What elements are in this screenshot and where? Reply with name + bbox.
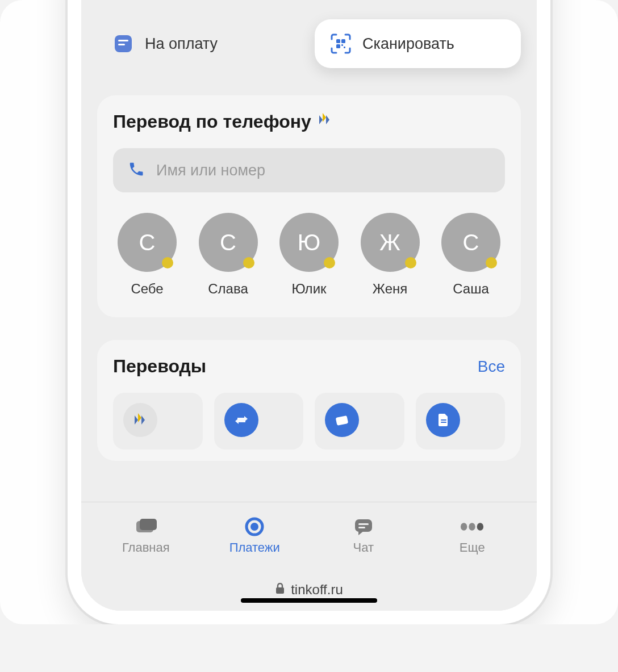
tab-payments[interactable]: Платежи bbox=[212, 516, 297, 555]
contacts-row: С Себе С Слава bbox=[113, 213, 505, 297]
svg-rect-5 bbox=[336, 44, 340, 48]
contact-slava[interactable]: С Слава bbox=[194, 213, 262, 297]
status-dot bbox=[162, 257, 173, 268]
svg-rect-6 bbox=[341, 44, 343, 46]
phone-transfer-card: Перевод по телефону bbox=[97, 95, 521, 317]
svg-rect-14 bbox=[336, 415, 348, 426]
chat-icon bbox=[351, 516, 376, 537]
svg-rect-24 bbox=[358, 527, 365, 528]
phone-transfer-header: Перевод по телефону bbox=[113, 111, 505, 132]
avatar-initial: С bbox=[139, 230, 156, 255]
svg-marker-22 bbox=[358, 531, 364, 535]
svg-point-20 bbox=[250, 523, 258, 531]
avatar-initial: Ю bbox=[298, 230, 320, 255]
contact-name: Женя bbox=[373, 281, 407, 297]
tabbar: Главная Платежи bbox=[81, 502, 537, 569]
status-dot bbox=[405, 257, 416, 268]
svg-rect-2 bbox=[118, 44, 125, 45]
chips-row: На оплату bbox=[97, 19, 521, 68]
card-icon bbox=[325, 403, 359, 437]
svg-marker-10 bbox=[326, 115, 329, 124]
tab-home[interactable]: Главная bbox=[103, 516, 189, 555]
phone-transfer-title-text: Перевод по телефону bbox=[113, 111, 311, 132]
home-card-icon bbox=[133, 516, 158, 537]
svg-rect-23 bbox=[358, 523, 369, 525]
svg-point-25 bbox=[461, 523, 467, 530]
svg-rect-3 bbox=[336, 39, 340, 43]
qr-scan-icon bbox=[329, 32, 352, 55]
contact-name: Слава bbox=[208, 281, 248, 297]
lock-icon bbox=[275, 582, 285, 598]
svg-rect-18 bbox=[140, 519, 157, 530]
browser-url-bar[interactable]: tinkoff.ru bbox=[81, 569, 537, 611]
avatar-initial: С bbox=[463, 230, 479, 255]
svg-rect-4 bbox=[341, 39, 345, 43]
transfer-tile-requisites[interactable] bbox=[416, 393, 506, 450]
contact-name: Юлик bbox=[291, 281, 326, 297]
avatar: С bbox=[199, 213, 258, 272]
chip-scan-label: Сканировать bbox=[362, 35, 454, 53]
stage: На оплату bbox=[0, 0, 618, 624]
svg-rect-21 bbox=[355, 519, 372, 532]
contact-zhenya[interactable]: Ж Женя bbox=[356, 213, 424, 297]
status-dot bbox=[486, 257, 497, 268]
payments-icon bbox=[242, 516, 267, 537]
home-indicator[interactable] bbox=[241, 598, 377, 603]
document-icon bbox=[426, 403, 460, 437]
sbp-icon bbox=[318, 111, 332, 132]
tab-more[interactable]: Еще bbox=[429, 516, 515, 555]
contact-yulik[interactable]: Ю Юлик bbox=[275, 213, 343, 297]
content-area: На оплату bbox=[81, 0, 537, 502]
transfer-tile-between[interactable] bbox=[214, 393, 304, 450]
transfers-card: Переводы Все bbox=[97, 340, 521, 461]
arrows-icon bbox=[224, 403, 258, 437]
avatar-initial: С bbox=[220, 230, 236, 255]
svg-marker-9 bbox=[323, 113, 326, 122]
status-dot bbox=[324, 257, 335, 268]
transfers-header: Переводы Все bbox=[113, 356, 505, 377]
svg-point-26 bbox=[469, 523, 475, 530]
svg-marker-8 bbox=[319, 115, 323, 124]
phone-icon bbox=[128, 161, 145, 180]
chip-scan[interactable]: Сканировать bbox=[315, 19, 521, 68]
svg-rect-28 bbox=[276, 587, 284, 594]
transfers-title: Переводы bbox=[113, 356, 206, 377]
transfer-tile-card[interactable] bbox=[315, 393, 404, 450]
avatar: С bbox=[441, 213, 500, 272]
tab-payments-label: Платежи bbox=[229, 540, 280, 555]
avatar: Ю bbox=[279, 213, 339, 272]
receipt-icon bbox=[112, 32, 135, 55]
svg-marker-12 bbox=[138, 413, 141, 422]
tab-chat[interactable]: Чат bbox=[321, 516, 406, 555]
transfers-title-text: Переводы bbox=[113, 356, 206, 377]
phone-search-placeholder: Имя или номер bbox=[156, 162, 265, 179]
avatar: С bbox=[118, 213, 177, 272]
tab-home-label: Главная bbox=[122, 540, 170, 555]
svg-marker-11 bbox=[135, 415, 138, 425]
transfer-tile-sbp[interactable] bbox=[113, 393, 203, 450]
phone-screen: На оплату bbox=[81, 0, 537, 611]
browser-url-text: tinkoff.ru bbox=[291, 582, 343, 598]
more-icon bbox=[460, 516, 485, 537]
contact-self[interactable]: С Себе bbox=[113, 213, 181, 297]
phone-frame: На оплату bbox=[68, 0, 550, 624]
contact-name: Саша bbox=[453, 281, 489, 297]
phone-transfer-title: Перевод по телефону bbox=[113, 111, 332, 132]
contact-sasha[interactable]: С Саша bbox=[437, 213, 505, 297]
contact-name: Себе bbox=[131, 281, 163, 297]
tab-more-label: Еще bbox=[460, 540, 485, 555]
svg-rect-16 bbox=[441, 422, 446, 423]
transfers-all-link[interactable]: Все bbox=[478, 358, 505, 376]
svg-rect-1 bbox=[118, 40, 128, 41]
tab-chat-label: Чат bbox=[353, 540, 374, 555]
svg-marker-13 bbox=[141, 415, 145, 425]
svg-rect-15 bbox=[441, 419, 446, 421]
status-dot bbox=[243, 257, 254, 268]
avatar: Ж bbox=[361, 213, 420, 272]
phone-search-field[interactable]: Имя или номер bbox=[113, 148, 505, 192]
svg-rect-7 bbox=[344, 47, 345, 48]
sbp-circle-icon bbox=[123, 403, 157, 437]
chip-pay-label: На оплату bbox=[145, 35, 218, 53]
chip-pay[interactable]: На оплату bbox=[97, 19, 303, 68]
avatar-initial: Ж bbox=[379, 230, 400, 255]
